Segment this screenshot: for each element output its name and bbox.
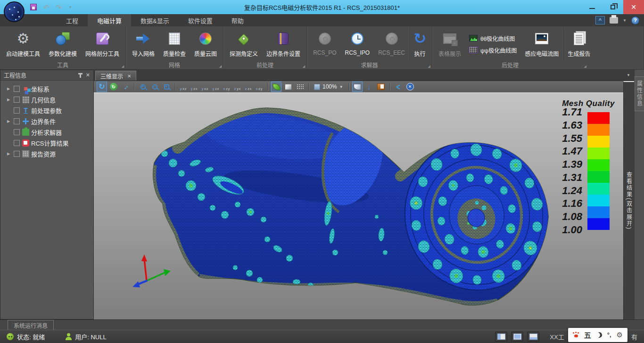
property-info-tab[interactable]: 属性信息	[635, 76, 644, 111]
download-view-button[interactable]: ↓	[364, 82, 374, 92]
tree-checkbox[interactable]	[14, 97, 20, 103]
expand-arrow-icon[interactable]: ▶	[7, 87, 14, 91]
close-button[interactable]: ✕	[623, 0, 644, 14]
flow-display-button[interactable]: <	[393, 82, 404, 92]
app-logo-icon[interactable]	[4, 1, 25, 22]
rotate-icon: ↻	[99, 83, 105, 90]
points-view-button[interactable]	[295, 82, 305, 92]
tree-checkbox[interactable]	[14, 86, 20, 92]
view-orientation-button-8[interactable]: xzy	[255, 82, 264, 91]
wireframe-view-button[interactable]	[283, 82, 293, 92]
mesh-partition-tool-button[interactable]: 网格剖分工具	[81, 28, 124, 60]
export-image-button[interactable]	[376, 82, 386, 92]
tab-software-settings[interactable]: 软件设置	[179, 14, 222, 26]
layout-center-panel-button[interactable]	[511, 332, 523, 342]
restore-button[interactable]	[603, 0, 623, 14]
view-orientation-button-2[interactable]: yzx	[190, 82, 199, 91]
group-corner-icon[interactable]: ◢	[584, 65, 586, 68]
collapse-ribbon-icon[interactable]: ^	[595, 16, 605, 24]
expand-arrow-icon[interactable]: ▶	[7, 152, 14, 156]
model-mesh[interactable]	[94, 93, 619, 319]
tree-item-geometry-info[interactable]: ▶ 几何信息	[0, 94, 93, 105]
tab-em-computation[interactable]: 电磁计算	[88, 14, 131, 26]
fit-view-button[interactable]: ↔	[120, 82, 131, 92]
pin-icon[interactable]	[80, 73, 81, 78]
tree-item-boundary-conditions[interactable]: ▶ 边界条件	[0, 116, 93, 127]
rotate-view-button[interactable]: ↻	[97, 82, 107, 92]
execute-button[interactable]: ↻ 执行	[409, 28, 430, 60]
render-mode-button[interactable]	[352, 82, 363, 92]
view-orientation-button-6[interactable]: zyx	[233, 82, 242, 91]
tree-item-rcs-results[interactable]: RCS计算结果	[0, 138, 93, 148]
printer-caret-icon[interactable]: ▼	[623, 18, 627, 23]
tree-checkbox[interactable]	[14, 107, 20, 114]
view-orientation-button-3[interactable]: yxz	[200, 82, 210, 91]
ime-mode-button[interactable]: 五	[584, 330, 591, 340]
boundary-condition-settings-button[interactable]: 边界条件设置	[262, 28, 305, 60]
ribbon-group-postprocess: 表格展示 θθ极化曲线图 ψψ极化曲线图 感应电磁流图	[432, 26, 644, 69]
tab-list-caret-icon[interactable]: ▼	[627, 73, 630, 77]
tree-item-coordinate-system[interactable]: ▶ 坐标系	[0, 83, 93, 94]
psi-polarization-curve-button[interactable]: ψψ极化曲线图	[469, 46, 517, 54]
view-results-collapsed-strip[interactable]: 查看结果(双击展开)	[623, 81, 634, 319]
group-corner-icon[interactable]: ◢	[303, 65, 305, 68]
expand-arrow-icon[interactable]: ▶	[7, 119, 14, 123]
refresh-view-button[interactable]: ↻	[108, 82, 119, 92]
ime-logo-paw-icon[interactable]	[573, 332, 579, 337]
ime-punctuation-button[interactable]: °,	[607, 331, 611, 338]
tab-project[interactable]: 工程	[57, 14, 88, 26]
tree-checkbox[interactable]	[14, 118, 20, 124]
quality-check-button[interactable]: 质量检查	[159, 28, 190, 60]
zoom-in-button[interactable]: +	[138, 82, 148, 92]
table-display-button[interactable]: 表格展示	[434, 28, 465, 60]
view-orientation-button-5[interactable]: xzy	[222, 82, 231, 91]
purple-chart-icon	[469, 47, 478, 53]
zoom-level-select[interactable]: 100% ▼	[312, 83, 345, 90]
quality-cloud-map-button[interactable]: 质量云图	[190, 28, 221, 60]
tab-close-icon[interactable]: ✕	[127, 74, 131, 79]
tree-item-preprocess-params[interactable]: T 前处理参数	[0, 105, 93, 116]
tree-checkbox[interactable]	[14, 151, 20, 157]
tree-checkbox[interactable]	[14, 140, 20, 146]
tree-checkbox[interactable]	[14, 129, 20, 135]
group-corner-icon[interactable]: ◢	[122, 65, 124, 68]
tab-help[interactable]: 帮助	[222, 14, 253, 26]
expand-arrow-icon[interactable]: ▶	[7, 98, 14, 102]
zoom-window-button[interactable]: +	[161, 82, 172, 92]
theta-polarization-curve-button[interactable]: θθ极化曲线图	[469, 34, 517, 42]
ime-halfwidth-moon-icon[interactable]	[595, 331, 603, 338]
minimize-button[interactable]	[582, 0, 603, 14]
tree-item-analysis-solver[interactable]: 分析求解器	[0, 127, 93, 138]
tab-3d-display[interactable]: 三维显示 ✕	[95, 71, 136, 81]
shaded-view-button[interactable]	[271, 82, 281, 92]
layout-bottom-panel-button[interactable]	[527, 332, 539, 342]
help-icon[interactable]: ?	[631, 16, 639, 24]
rcs-eec-button[interactable]: RCS_EEC	[374, 28, 409, 60]
3d-viewport[interactable]: Mesh Quality 1.711.63 1.551.47 1.391.31 …	[94, 93, 623, 319]
tree-item-report-resources[interactable]: ▶ 报告资源	[0, 148, 93, 159]
printer-icon[interactable]	[610, 17, 618, 24]
tab-data-display[interactable]: 数据&显示	[131, 14, 179, 26]
panel-close-icon[interactable]: ✕	[86, 73, 90, 78]
launch-modeling-tool-button[interactable]: ⚙ 启动建模工具	[2, 28, 44, 60]
view-orientation-button-1[interactable]: yxz	[179, 82, 188, 91]
title-bar: ↶ ↷ ▼ 复杂目标RCS电磁分析软件2015 R1 - RCS_2015031…	[0, 0, 644, 14]
import-mesh-button[interactable]: 导入网格	[128, 28, 159, 60]
generate-report-button[interactable]: 生成报告	[563, 28, 594, 60]
rcs-ipo-button[interactable]: RCS_IPO	[340, 28, 374, 60]
system-message-tab[interactable]: 系统运行消息	[8, 320, 54, 330]
ribbon: ⚙ 启动建模工具 参数化建模 网格剖分工具 工具◢ 导入网格	[0, 26, 644, 70]
group-corner-icon[interactable]: ◢	[428, 65, 430, 68]
axis-triad	[132, 254, 171, 287]
parametric-modeling-button[interactable]: 参数化建模	[44, 28, 81, 60]
group-corner-icon[interactable]: ◢	[219, 65, 222, 68]
induced-current-map-button[interactable]: 感应电磁流图	[520, 28, 563, 60]
layout-left-panel-button[interactable]	[495, 332, 507, 342]
clear-view-button[interactable]: ✕	[405, 82, 415, 92]
zoom-out-button[interactable]: −	[149, 82, 160, 92]
view-orientation-button-7[interactable]: zzx	[244, 82, 253, 91]
probe-angle-button[interactable]: 探测角定义	[225, 28, 262, 60]
view-orientation-button-4[interactable]: yzx	[211, 82, 221, 91]
ime-settings-gear-icon[interactable]: ⚙	[617, 331, 623, 338]
rcs-po-button[interactable]: RCS_PO	[309, 28, 340, 60]
